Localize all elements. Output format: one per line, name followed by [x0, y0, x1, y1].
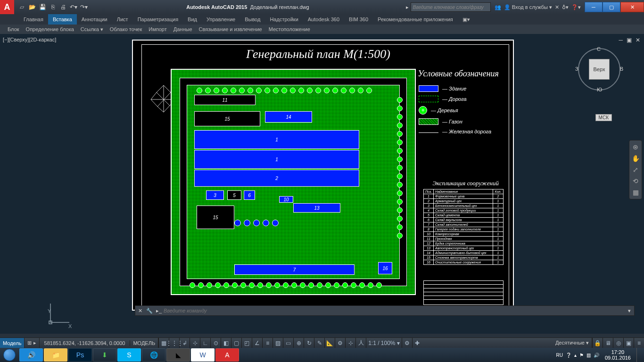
tab-home[interactable]: Главная: [19, 14, 48, 25]
ucs-label[interactable]: МСК: [595, 114, 612, 121]
model-space-button[interactable]: МОДЕЛЬ: [130, 338, 158, 348]
compass-n[interactable]: С: [597, 46, 601, 52]
taskbar-media-icon[interactable]: 🔊: [19, 348, 43, 362]
maximize-button[interactable]: ▢: [603, 2, 620, 12]
qp-icon[interactable]: ✎: [314, 338, 324, 348]
panel-reference[interactable]: Ссылка ▾: [78, 26, 106, 33]
scale-label[interactable]: 1:1 / 100% ▾: [366, 338, 402, 348]
hw-icon[interactable]: 🖥: [603, 338, 613, 348]
cmd-customize-icon[interactable]: 🔧: [145, 308, 154, 314]
tab-insert[interactable]: Вставка: [48, 14, 77, 25]
save-icon[interactable]: 💾: [39, 3, 46, 11]
tray-clock[interactable]: 17:2009.01.2016: [602, 349, 634, 361]
tab-extra-icon[interactable]: ​▣▾: [458, 14, 475, 25]
tab-manage[interactable]: Управление: [202, 14, 240, 25]
layout-add-icon[interactable]: ⊞ ▸: [25, 338, 39, 348]
help2-icon[interactable]: ❓▾: [571, 4, 581, 10]
annotation-icon[interactable]: 📐: [324, 338, 335, 348]
zoom-extents-icon[interactable]: ⤢: [633, 166, 638, 173]
panel-data[interactable]: Данные: [171, 26, 195, 32]
panel-import[interactable]: Импорт: [146, 26, 169, 32]
taskbar-app-icon[interactable]: ◣: [166, 348, 190, 362]
cmd-dropdown-icon[interactable]: ▾: [625, 308, 634, 314]
cycling-icon[interactable]: ↻: [304, 338, 314, 348]
taskbar-autocad-icon[interactable]: A: [215, 348, 239, 362]
taskbar-skype-icon[interactable]: S: [117, 348, 141, 362]
iso-icon[interactable]: ◧: [221, 338, 231, 348]
panel-block[interactable]: Блок: [5, 26, 22, 32]
anno-monitor-icon[interactable]: ⊹: [345, 338, 355, 348]
infocenter-icon[interactable]: 👥: [495, 4, 501, 10]
tab-addins[interactable]: Надстройки: [265, 14, 303, 25]
lock-icon[interactable]: 🔒: [592, 338, 603, 348]
command-input[interactable]: [164, 308, 625, 313]
minimize-button[interactable]: ─: [585, 2, 603, 12]
panel-location[interactable]: Местоположение: [266, 26, 313, 32]
taskbar-explorer-icon[interactable]: 📁: [44, 348, 67, 362]
exchange-icon[interactable]: ✕: [555, 4, 559, 10]
saveas-icon[interactable]: ⎘: [49, 3, 57, 11]
doc-restore-icon[interactable]: ▣: [627, 37, 632, 43]
tray-lang[interactable]: RU: [556, 353, 562, 358]
tab-view[interactable]: Вид: [183, 14, 202, 25]
viewcube-top[interactable]: Верх: [589, 59, 610, 80]
taskbar-chrome-icon[interactable]: 🌐: [142, 348, 165, 362]
command-line[interactable]: ✕ 🔧 ▸_ ▾: [135, 305, 635, 316]
plot-icon[interactable]: 🖨: [59, 3, 67, 11]
tray-network-icon[interactable]: ▥: [586, 353, 591, 358]
units-toggle-icon[interactable]: 人: [355, 338, 366, 348]
gizmo-icon[interactable]: ⊕: [293, 338, 304, 348]
close-button[interactable]: ✕: [620, 2, 644, 12]
tab-parametric[interactable]: Параметризация: [133, 14, 183, 25]
showmotion-icon[interactable]: ▦: [633, 189, 639, 196]
help-icon[interactable]: ♁▾: [562, 4, 569, 10]
cmd-close-icon[interactable]: ✕: [135, 308, 145, 314]
compass-w[interactable]: З: [575, 66, 578, 72]
tab-annotate[interactable]: Аннотации: [77, 14, 112, 25]
tab-bim360[interactable]: BIM 360: [344, 14, 373, 25]
taskbar-photoshop-icon[interactable]: Ps: [68, 348, 92, 362]
transparency-icon[interactable]: ▨: [272, 338, 283, 348]
compass-e[interactable]: В: [620, 66, 623, 72]
panel-pointcloud[interactable]: Облако точек: [107, 26, 145, 32]
ortho-icon[interactable]: ∟: [200, 338, 210, 348]
steering-wheel-icon[interactable]: ⊛: [633, 143, 638, 151]
orbit-icon[interactable]: ⟲: [633, 177, 638, 185]
tab-output[interactable]: Вывод: [240, 14, 265, 25]
signin-button[interactable]: 👤 Вход в службы ▾: [504, 4, 552, 10]
dynamic-icon[interactable]: ⊹: [190, 338, 200, 348]
snap-icon[interactable]: ⋮⋮⋮: [169, 338, 179, 348]
gear-icon[interactable]: ⚙: [402, 338, 412, 348]
customize-icon[interactable]: ≡: [634, 338, 644, 348]
tab-a360[interactable]: Autodesk 360: [303, 14, 344, 25]
panel-blockdef[interactable]: Определение блока: [23, 26, 77, 32]
panel-linking[interactable]: Связывание и извлечение: [196, 26, 265, 32]
isolate-icon[interactable]: ◎: [613, 338, 623, 348]
polar-icon[interactable]: ⊙: [210, 338, 221, 348]
units-dropdown[interactable]: Десятичные ▾: [553, 338, 592, 348]
redo-icon[interactable]: ↷▾: [80, 3, 88, 11]
undo-icon[interactable]: ↶▾: [70, 3, 77, 11]
new-icon[interactable]: ▱: [18, 3, 25, 11]
tray-action-icon[interactable]: ⚑: [579, 353, 584, 358]
show-desktop[interactable]: [636, 348, 640, 362]
open-icon[interactable]: 📂: [28, 3, 36, 11]
tray-help-icon[interactable]: ❔: [566, 353, 571, 358]
tab-layout[interactable]: Лист: [112, 14, 133, 25]
lineweight-icon[interactable]: ≡: [262, 338, 272, 348]
tab-featured[interactable]: Рекомендованные приложения: [373, 14, 458, 25]
app-logo[interactable]: A: [0, 0, 14, 14]
drawing-area[interactable]: [−][Сверху][2D-каркас] ─ ▣ ✕ Верх С Ю В …: [0, 34, 644, 334]
compass-s[interactable]: Ю: [597, 87, 602, 92]
selection-icon[interactable]: ▭: [283, 338, 293, 348]
model-tab[interactable]: Модель: [0, 338, 25, 348]
osnap-icon[interactable]: ▢: [231, 338, 241, 348]
search-input[interactable]: Введите ключевое слово/фразу: [411, 2, 491, 12]
tray-volume-icon[interactable]: 🔊: [594, 353, 599, 358]
pan-icon[interactable]: ✋: [632, 155, 640, 162]
plus-icon[interactable]: ✚: [412, 338, 422, 348]
doc-close-icon[interactable]: ✕: [636, 37, 640, 43]
view-controls[interactable]: [−][Сверху][2D-каркас]: [3, 37, 56, 42]
start-button[interactable]: [0, 348, 19, 362]
taskbar-word-icon[interactable]: W: [191, 348, 215, 362]
